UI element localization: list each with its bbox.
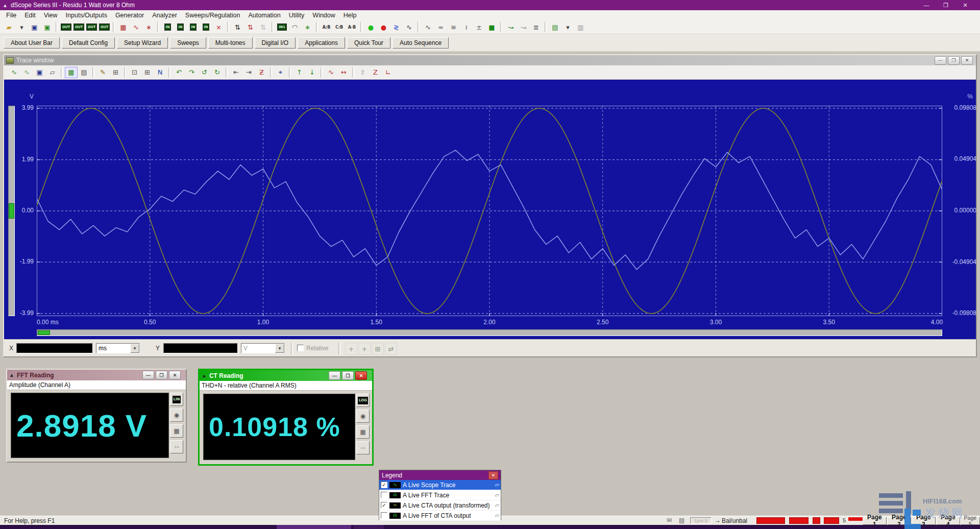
menu-utility[interactable]: Utility xyxy=(285,11,309,20)
zoom-out-box-icon[interactable]: ⊡ xyxy=(128,67,141,78)
ct-reading-title-bar[interactable]: ▲ CT Reading — ❐ ✕ xyxy=(200,370,372,381)
open-config-menu-icon[interactable]: ▾ xyxy=(15,21,28,33)
close-button[interactable]: ✕ xyxy=(955,2,975,9)
horizontal-pan-scrollbar[interactable] xyxy=(37,329,942,336)
channel-c-b-icon[interactable]: C:B xyxy=(333,21,346,33)
monitor-icon[interactable]: ◉ xyxy=(170,408,183,422)
legend-checkbox[interactable] xyxy=(381,492,387,498)
align-right-icon[interactable]: ⇥ xyxy=(242,67,255,78)
horizontal-pan-thumb[interactable] xyxy=(38,330,50,335)
legend-checkbox[interactable] xyxy=(381,512,387,519)
menu-view[interactable]: View xyxy=(40,11,62,20)
y-unit-select[interactable]: V ▼ xyxy=(241,343,285,353)
cursor-up-icon[interactable]: ↑ xyxy=(293,67,306,78)
legend-row[interactable]: ılıA Live FFT of CTA output▱ xyxy=(379,511,501,521)
trace-math-icon[interactable]: ± xyxy=(473,21,485,33)
nudge-down-icon[interactable]: ↻ xyxy=(211,67,224,78)
menu-generator[interactable]: Generator xyxy=(111,11,148,20)
userbar-default-config[interactable]: Default Config xyxy=(62,37,115,49)
legend-row[interactable]: ✓∿A Live Scope Trace▱ xyxy=(379,480,501,490)
chevron-down-icon[interactable]: ▼ xyxy=(275,344,284,353)
userbar-sweeps[interactable]: Sweeps xyxy=(170,37,206,49)
status-page-5-button[interactable]: Page 5 xyxy=(961,517,980,525)
oscilloscope-plot[interactable] xyxy=(37,106,942,316)
userbar-applications[interactable]: Applications xyxy=(298,37,345,49)
status-page-1-button[interactable]: Page 1 xyxy=(863,517,887,525)
analyzer-in-a-icon[interactable]: IN xyxy=(161,21,174,33)
z-axis-icon[interactable]: Z xyxy=(369,67,382,78)
ct-minimize-button[interactable]: — xyxy=(329,371,340,380)
link-cursor-icon[interactable]: ↔ xyxy=(170,440,183,453)
comb-filter-icon[interactable]: ≣ xyxy=(530,21,543,33)
stop-icon[interactable]: ● xyxy=(377,21,390,33)
trace-min-icon[interactable]: ≀ xyxy=(460,21,473,33)
trace-window-icon[interactable]: ■ xyxy=(485,21,498,33)
lin-log-toggle[interactable]: LOG xyxy=(356,394,370,407)
legend-row[interactable]: ✓≈A Live CTA output (transformed)▱ xyxy=(379,500,501,511)
add-trace-icon[interactable]: ∿ xyxy=(8,67,20,78)
sweep-up-down-icon[interactable]: ⇅ xyxy=(231,21,244,33)
userbar-multi-tones[interactable]: Multi-tones xyxy=(208,37,253,49)
menu-file[interactable]: File xyxy=(2,11,20,20)
save-run-icon[interactable]: ▣ xyxy=(41,21,54,33)
analyzer-in-level-icon[interactable]: IN xyxy=(187,21,200,33)
trace-window-title-bar[interactable]: Trace window — ❐ ✕ xyxy=(4,55,976,65)
ct-restore-button[interactable]: ❐ xyxy=(342,371,354,380)
link-cursor-icon[interactable]: ↔ xyxy=(356,441,370,454)
copy-trace-icon[interactable]: ▱ xyxy=(495,492,499,498)
y-readout-field[interactable] xyxy=(163,343,238,353)
residual-trace-icon[interactable]: ∿ xyxy=(325,67,337,78)
graph-view-icon[interactable]: ▦ xyxy=(65,67,78,78)
copy-trace-icon[interactable]: ∿ xyxy=(20,67,33,78)
digital-in-monitor-icon[interactable]: IN1 xyxy=(276,21,288,33)
cursor-down-icon[interactable]: ↓ xyxy=(306,67,318,78)
userbar-quick-tour[interactable]: Quick Tour xyxy=(347,37,390,49)
x-unit-select[interactable]: ms ▼ xyxy=(96,343,140,353)
run-icon[interactable]: ● xyxy=(364,21,377,33)
signal-monitor-icon[interactable]: ◠ xyxy=(288,21,301,33)
scope-mode-icon[interactable]: ∿ xyxy=(403,21,415,33)
channel-a-b-icon[interactable]: A:B xyxy=(320,21,333,33)
generator-off-icon[interactable]: ∗ xyxy=(142,21,155,33)
cursor-add-icon[interactable]: + xyxy=(345,343,357,355)
fft-close-button[interactable]: ✕ xyxy=(169,371,181,379)
save-config-icon[interactable]: ▣ xyxy=(28,21,41,33)
multitone-icon[interactable]: ≷ xyxy=(390,21,403,33)
axes-setup-icon[interactable]: ∟ xyxy=(382,67,395,78)
z-order-icon[interactable]: Ƶ xyxy=(255,67,268,78)
taskbar-active-app[interactable] xyxy=(277,525,351,529)
legend-title-bar[interactable]: Legend ✕ xyxy=(379,470,501,480)
sweep-disabled-icon[interactable]: ⇅ xyxy=(257,21,270,33)
generator-wave-icon[interactable]: ∿ xyxy=(130,21,142,33)
generator-out-level-icon[interactable]: OUT xyxy=(85,21,98,33)
raise-trace-icon[interactable]: ⇧ xyxy=(356,67,369,78)
copy-clipboard-icon[interactable]: ▱ xyxy=(46,67,59,78)
nudge-up-icon[interactable]: ↺ xyxy=(198,67,211,78)
table-view-icon[interactable]: ▤ xyxy=(78,67,90,78)
autoscale-icon[interactable]: N xyxy=(154,67,166,78)
channel-ab-link-icon[interactable]: A·B xyxy=(346,21,358,33)
menu-help[interactable]: Help xyxy=(339,11,361,20)
status-page-2-button[interactable]: Page 2 xyxy=(887,517,911,525)
menu-window[interactable]: Window xyxy=(308,11,339,20)
copy-trace-icon[interactable]: ▱ xyxy=(495,512,499,519)
minimize-button[interactable]: — xyxy=(917,2,936,9)
cursor-add-track-icon[interactable]: + xyxy=(358,343,371,355)
fft-reading-title-bar[interactable]: ▲ FFT Reading — ❐ ✕ xyxy=(7,370,186,380)
copy-trace-icon[interactable]: ▱ xyxy=(495,502,499,509)
analyzer-off-icon[interactable]: × xyxy=(212,21,225,33)
grid-setup-icon[interactable]: ⊞ xyxy=(109,67,122,78)
cursor-swap-icon[interactable]: ⇄ xyxy=(385,343,397,355)
align-left-icon[interactable]: ⇤ xyxy=(230,67,242,78)
open-config-icon[interactable]: ▰ xyxy=(3,21,15,33)
trace-restore-button[interactable]: ❐ xyxy=(948,56,960,65)
trace-smooth-icon[interactable]: ∿ xyxy=(422,21,434,33)
relative-checkbox[interactable] xyxy=(297,345,304,351)
userbar-setup-wizard[interactable]: Setup Wizard xyxy=(117,37,168,49)
freehand-gray-icon[interactable]: ↝ xyxy=(517,21,530,33)
ct-close-button[interactable]: ✕ xyxy=(355,371,367,380)
chevron-down-icon[interactable]: ▼ xyxy=(130,344,139,353)
trace-average-icon[interactable]: ≈ xyxy=(434,21,447,33)
copy-trace-icon[interactable]: ▱ xyxy=(495,482,499,488)
fft-restore-button[interactable]: ❐ xyxy=(156,371,167,379)
